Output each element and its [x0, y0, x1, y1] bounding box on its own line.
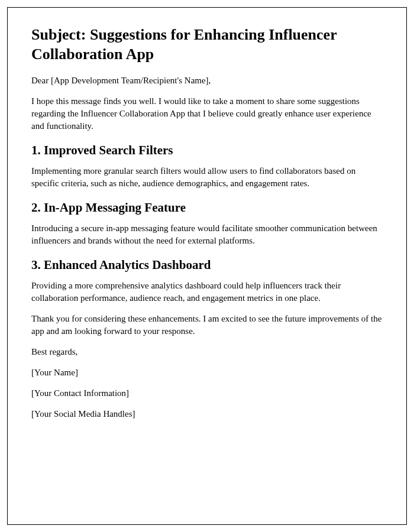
section-body: Introducing a secure in-app messaging fe… — [31, 222, 383, 247]
document-page: Subject: Suggestions for Enhancing Influ… — [7, 7, 407, 525]
social-line: [Your Social Media Handles] — [31, 408, 383, 420]
section-body: Implementing more granular search filter… — [31, 165, 383, 190]
name-line: [Your Name] — [31, 366, 383, 379]
closing-paragraph: Thank you for considering these enhancem… — [31, 313, 383, 338]
section-heading: 1. Improved Search Filters — [31, 143, 383, 158]
signoff-text: Best regards, — [31, 346, 383, 358]
greeting-text: Dear [App Development Team/Recipient's N… — [31, 74, 383, 87]
section-heading: 3. Enhanced Analytics Dashboard — [31, 258, 383, 273]
contact-line: [Your Contact Information] — [31, 387, 383, 400]
section-heading: 2. In-App Messaging Feature — [31, 200, 383, 215]
subject-heading: Subject: Suggestions for Enhancing Influ… — [31, 25, 383, 64]
intro-paragraph: I hope this message finds you well. I wo… — [31, 95, 383, 132]
section-body: Providing a more comprehensive analytics… — [31, 280, 383, 304]
